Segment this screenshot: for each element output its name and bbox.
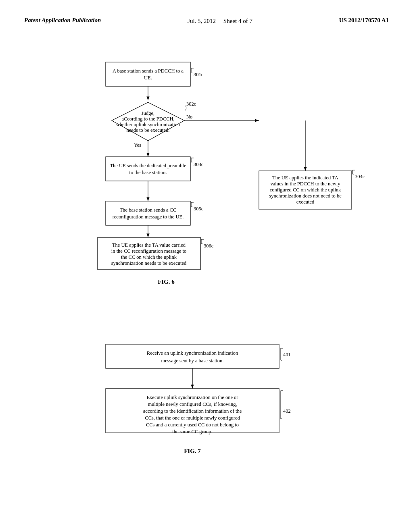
- node-402-text1: Execute uplink synchronization on the on…: [146, 395, 238, 400]
- node-304c-text5: executed: [296, 199, 315, 205]
- node-402-text6: the same CC group.: [172, 429, 212, 434]
- fig6-label: FIG. 6: [158, 278, 175, 285]
- label-306c: 306c: [204, 243, 214, 249]
- node-306c-text3: the CC on which the uplink: [121, 254, 177, 260]
- label-302c: 302c: [186, 101, 196, 107]
- yes-label: Yes: [134, 142, 141, 148]
- fig6-container: A base station sends a PDCCH to a UE. 30…: [32, 54, 381, 336]
- fig7-container: Receive an uplink synchronization indica…: [32, 340, 381, 473]
- node-401: [106, 344, 279, 368]
- node-306c-text4: synchronization needs to be executed: [111, 260, 187, 266]
- patent-number: US 2012/170570 A1: [339, 16, 389, 25]
- fig7-label: FIG. 7: [184, 448, 201, 454]
- node-402-text4: CCs, that the one or multiple newly conf…: [145, 415, 240, 421]
- node-402-text2: multiple newly configured CCs, if knowin…: [148, 401, 237, 407]
- node-401-text2: message sent by a base station.: [161, 358, 224, 364]
- bracket-402: [281, 391, 283, 419]
- node-303c: [106, 157, 190, 181]
- node-302c-text1: Judge,: [142, 110, 154, 116]
- node-402-text3: according to the identification informat…: [143, 408, 242, 414]
- fig6-svg: A base station sends a PDCCH to a UE. 30…: [45, 54, 368, 336]
- label-301c: 301c: [194, 72, 204, 77]
- no-label: No: [186, 114, 192, 120]
- page-header: Patent Application Publication Jul. 5, 2…: [0, 0, 413, 34]
- node-304c-text2: values in the PDCCH to the newly: [271, 181, 341, 187]
- node-305c: [106, 201, 190, 225]
- node-303c-text1: The UE sends the dedicated preamble: [110, 163, 186, 168]
- node-303c-text2: to the base station.: [129, 170, 167, 175]
- node-302c-text4: needs to be executed.: [127, 127, 170, 133]
- label-304c: 304c: [355, 174, 365, 179]
- node-302c-text2: aCcording to the PDCCH,: [121, 116, 174, 122]
- node-306c-text2: in the CC reconfiguration message to: [111, 248, 186, 254]
- label-402: 402: [283, 408, 291, 414]
- node-302c-text3: whether uplink synchronization: [116, 122, 180, 127]
- node-301c: [106, 62, 190, 86]
- node-304c-text4: synchronization does not need to be: [269, 193, 342, 199]
- publication-date: Jul. 5, 2012: [188, 18, 216, 24]
- page: Patent Application Publication Jul. 5, 2…: [0, 0, 413, 532]
- bracket-302c: [185, 106, 186, 110]
- sheet-info: Sheet 4 of 7: [223, 18, 252, 24]
- node-306c-text1: The UE applies the TA value carried: [112, 242, 186, 248]
- label-303c: 303c: [194, 162, 204, 167]
- publication-title: Patent Application Publication: [24, 16, 101, 25]
- node-301c-text: A base station sends a PDCCH to a: [113, 68, 184, 74]
- label-401: 401: [283, 352, 291, 357]
- node-304c-text1: The UE applies the indicated TA: [272, 175, 338, 181]
- node-304c-text3: configured CC on which the uplink: [270, 187, 341, 193]
- label-305c: 305c: [194, 206, 204, 212]
- node-401-text1: Receive an uplink synchronization indica…: [147, 350, 238, 356]
- fig7-svg: Receive an uplink synchronization indica…: [65, 340, 348, 473]
- page-content: A base station sends a PDCCH to a UE. 30…: [0, 34, 413, 489]
- node-305c-text2: reconfiguration message to the UE.: [113, 214, 184, 220]
- header-center: Jul. 5, 2012 Sheet 4 of 7: [188, 16, 252, 26]
- node-301c-text2: UE.: [144, 75, 152, 81]
- node-305c-text1: The base station sends a CC: [120, 207, 177, 213]
- node-402-text5: CCs and a currently used CC do not belon…: [146, 422, 239, 428]
